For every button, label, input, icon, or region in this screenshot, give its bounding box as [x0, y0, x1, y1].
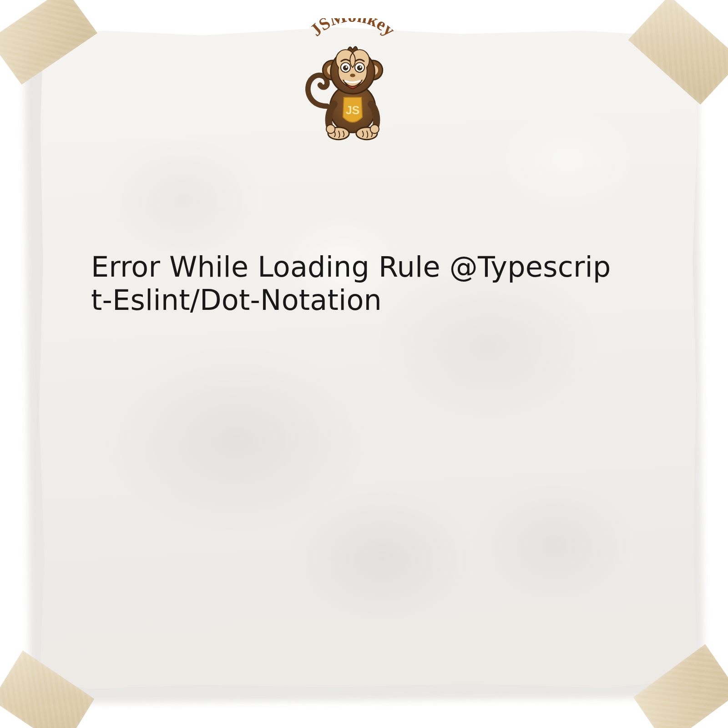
stage: JSMonkey JS: [0, 0, 728, 728]
svg-point-6: [343, 65, 349, 71]
jsmonkey-logo: JSMonkey JS: [287, 18, 419, 150]
monkey-icon: JSMonkey JS: [287, 18, 419, 150]
svg-point-0: [326, 125, 335, 133]
note-headline: Error While Loading Rule @Typescript-Esl…: [91, 250, 617, 317]
svg-point-7: [357, 65, 363, 71]
js-badge-text: JS: [346, 104, 360, 116]
svg-point-9: [359, 66, 361, 68]
brand-arc-text: JSMonkey: [306, 18, 399, 40]
svg-point-1: [370, 125, 379, 133]
svg-point-10: [350, 74, 355, 77]
svg-point-8: [346, 66, 348, 68]
monkey-tail: [308, 75, 327, 106]
